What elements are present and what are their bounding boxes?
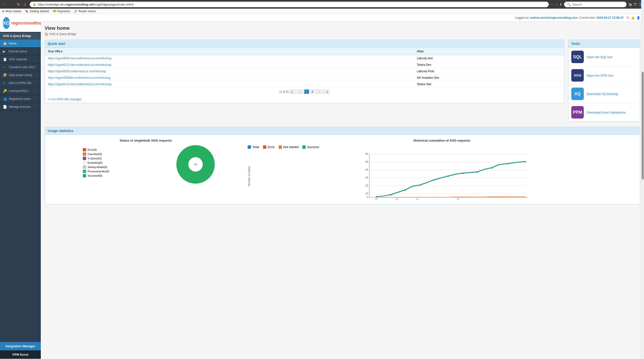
svg-text:11: 11 xyxy=(416,198,419,200)
sidebar-section-integration-manager[interactable]: Integration Manager xyxy=(0,342,41,350)
logo-text: regoconsulting xyxy=(11,21,41,26)
page-1-button[interactable]: 1 xyxy=(304,90,309,94)
add-icon: + xyxy=(3,81,7,85)
tool-item-xq-desktop[interactable]: XQ Download XQ Desktop xyxy=(568,85,640,103)
bookmark-label: Getting Started xyxy=(30,10,49,13)
sidebar-item-manage-licenses[interactable]: 📄 Manage licenses xyxy=(0,103,41,111)
sidebar-section-ppm-excel[interactable]: PPM Excel xyxy=(0,350,41,359)
scrollbar[interactable] xyxy=(641,0,644,359)
more-options-icon[interactable]: ⋯ xyxy=(551,3,554,6)
svg-text:40: 40 xyxy=(366,168,368,171)
url-link[interactable]: https://cppm6113-test.ondemand.ca.com/ni… xyxy=(48,82,111,86)
bookmark-most-visited[interactable]: ★ Most Visited xyxy=(2,10,21,13)
xq-desktop-icon: XQ xyxy=(571,88,584,100)
tool-item-xog-tool[interactable]: XOG Open the XOG tool xyxy=(568,66,640,85)
settings-icon[interactable]: ⚙ xyxy=(626,16,629,20)
url-link[interactable]: https://cppm8026-test.ondemand.ca.com/ni… xyxy=(48,57,111,60)
router-icon: 🔗 xyxy=(74,10,78,13)
search-bar[interactable]: 🔍 xyxy=(564,2,626,7)
line-legend-color xyxy=(278,146,282,149)
quick-start-box: Quick start Your URLs Alias https://cppm… xyxy=(45,40,564,103)
sidebar-item-execute-query[interactable]: ▶ Execute query xyxy=(0,48,41,56)
bookmarks-icon[interactable]: ☆ xyxy=(555,3,558,6)
bell-icon[interactable]: 🔔 xyxy=(631,16,635,20)
library-icon[interactable]: 📚 xyxy=(628,3,632,6)
bookmark-router-home[interactable]: 🔗 Router Home xyxy=(74,10,96,13)
xq-desktop-link[interactable]: Download XQ Desktop xyxy=(587,92,618,96)
svg-text:30: 30 xyxy=(366,176,368,179)
pagination-info: (1 of 2) xyxy=(280,90,289,93)
usage-stats-content: Status of single/bulk XOG requests Error… xyxy=(45,135,640,204)
line-legend-label: Success xyxy=(307,145,319,149)
user-avatar-icon[interactable]: 👤 xyxy=(636,16,640,20)
sidebar-item-label: Manage licenses xyxy=(9,105,30,108)
line-chart-title: Historical cumulative of XOG requests xyxy=(248,139,636,142)
sidebar-item-home[interactable]: 🏠 Home xyxy=(0,40,41,48)
last-page-button[interactable]: →| xyxy=(323,90,330,94)
xog-tool-link[interactable]: Open the XOG tool xyxy=(587,74,613,77)
svg-text:21: 21 xyxy=(457,198,460,200)
page-2-button[interactable]: 2 xyxy=(310,90,315,94)
line-legend-item: Success xyxy=(302,145,319,149)
first-page-button[interactable]: |← xyxy=(290,90,296,94)
reload-button[interactable]: ↻ xyxy=(15,2,21,7)
sidebar-item-data-loader[interactable]: 📦 Data loader (beta) xyxy=(0,71,41,79)
url-domain: regoconsulting.net xyxy=(66,3,94,6)
svg-point-20 xyxy=(376,196,378,198)
url-link[interactable]: https://cppm6113-dev.ondemand.ca.com/nik… xyxy=(48,63,111,66)
synced-tabs-icon[interactable]: 🗔 xyxy=(634,3,637,6)
forward-button[interactable]: → xyxy=(9,2,14,7)
pie-chart-section: Status of single/bulk XOG requests Error… xyxy=(49,139,243,184)
browser-actions: ⋯ ☆ ⬇ xyxy=(551,3,562,6)
downloads-icon[interactable]: ⬇ xyxy=(560,3,562,6)
bookmark-payments[interactable]: 💳 Payments xyxy=(53,10,70,13)
search-input[interactable] xyxy=(572,3,624,6)
line-legend-label: Not started xyxy=(283,145,299,149)
svg-point-29 xyxy=(508,163,510,164)
page-title: View home xyxy=(45,26,640,31)
sidebar-item-xog-requests[interactable]: 📋 XOG requests xyxy=(0,56,41,63)
sql-tool-link[interactable]: Open the SQL tool xyxy=(587,55,612,59)
next-page-button[interactable]: → xyxy=(316,90,322,94)
xog-tool-icon: XOG xyxy=(571,69,584,82)
svg-point-22 xyxy=(405,189,406,191)
home-button[interactable]: ⌂ xyxy=(22,2,28,7)
tool-item-sql-tool[interactable]: SQL Open the SQL tool xyxy=(568,48,640,66)
prev-page-button[interactable]: ← xyxy=(297,90,303,94)
scrollbar-thumb[interactable] xyxy=(642,72,644,180)
nav-buttons: ← → ↻ ⌂ xyxy=(2,2,28,7)
sidebar-item-add-ca-ppm[interactable]: + Add CA PPM URL xyxy=(0,79,41,87)
bookmark-getting-started[interactable]: 🔖 Getting Started xyxy=(25,10,49,13)
pie-legend: Error(0)Canceled(0)In Queue(0)Extracting… xyxy=(83,148,109,178)
address-bar[interactable]: 🔒 https://xobridge.dev.regoconsulting.ne… xyxy=(30,2,549,7)
sidebar-item-transform-xslt[interactable]: ↔ Transform with XSLT xyxy=(0,63,41,71)
table-row: https://cppm8026.ondemand.ca.com/niku/xo… xyxy=(45,68,564,75)
sql-tool-icon: SQL xyxy=(571,51,584,63)
xo-logo: XO xyxy=(3,17,10,29)
search-icon: 🔍 xyxy=(567,3,571,6)
current-time: 2019-04-17 12:06:47 xyxy=(596,16,624,20)
url-cell: https://cppm8026.ondemand.ca.com/niku/xo… xyxy=(45,68,414,75)
back-button[interactable]: ← xyxy=(2,2,8,7)
sidebar-item-licenses-urls[interactable]: 🔑 Licenses/URLs xyxy=(0,87,41,95)
payments-icon: 💳 xyxy=(53,10,56,13)
sidebar-section-xog[interactable]: XOG & Query Bridge xyxy=(0,32,41,40)
url-cell: https://cppm9280dev.ondemand.ca.com/niku… xyxy=(45,75,414,81)
line-legend-label: Error xyxy=(268,145,275,149)
y-axis-label: Number of XOGs xyxy=(248,152,250,200)
app-wrapper: XO regoconsulting XOG & Query Bridge 🏠 H… xyxy=(0,14,644,359)
url-link[interactable]: https://cppm8026.ondemand.ca.com/niku/xo… xyxy=(48,70,106,73)
sidebar-item-registered-users[interactable]: 👥 Registered users xyxy=(0,95,41,103)
url-cell: https://cppm6113-dev.ondemand.ca.com/nik… xyxy=(45,62,414,68)
url-link[interactable]: https://cppm9280dev.ondemand.ca.com/niku… xyxy=(48,76,110,80)
legend-item: Extracting(0) xyxy=(83,161,109,164)
bookmark-icon: 🔖 xyxy=(25,10,28,13)
url-display: https://xobridge.dev.regoconsulting.net/… xyxy=(38,3,134,6)
legend-label: In Queue(0) xyxy=(88,157,102,160)
bookmarks-bar: ★ Most Visited 🔖 Getting Started 💳 Payme… xyxy=(0,9,644,14)
excel-standalone-link[interactable]: Download Excel Standalone xyxy=(587,111,626,114)
ca-ppm-url-manager-link[interactable]: >> CA PPM URL manager xyxy=(48,98,81,101)
alias-cell: GE Avaiation Dev xyxy=(414,75,564,81)
home-icon: 🏠 xyxy=(3,42,7,45)
tool-item-excel-standalone[interactable]: PPM Download Excel Standalone xyxy=(568,103,640,122)
